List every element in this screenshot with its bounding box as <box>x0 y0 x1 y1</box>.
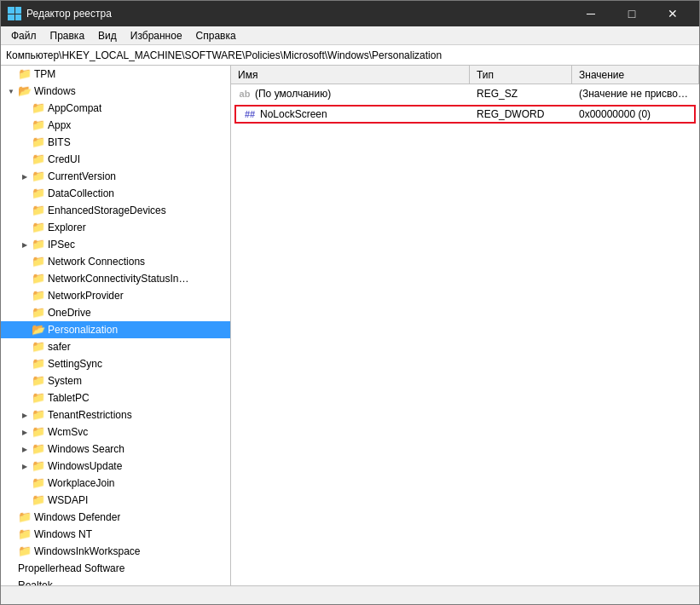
tree-item-workplacejoin[interactable]: 📁 WorkplaceJoin <box>1 475 230 492</box>
expand-icon-currentversion[interactable]: ▶ <box>18 170 32 183</box>
tree-label-windowsnt: Windows NT <box>34 528 92 540</box>
tree-item-networkconnectivity[interactable]: 📁 NetworkConnectivityStatusIndicator <box>1 270 230 287</box>
expand-icon-bits <box>18 135 32 149</box>
folder-icon-currentversion: 📁 <box>32 170 45 182</box>
folder-icon-safer: 📁 <box>32 341 45 353</box>
tree-item-system[interactable]: 📁 System <box>1 372 230 389</box>
expand-icon-windows[interactable]: ▼ <box>4 84 18 98</box>
address-bar: Компьютер\HKEY_LOCAL_MACHINE\SOFTWARE\Po… <box>1 45 699 66</box>
tree-label-system: System <box>48 375 82 387</box>
tree-label-workplacejoin: WorkplaceJoin <box>48 477 114 489</box>
expand-icon-networkprovider <box>18 289 32 302</box>
tree-item-safer[interactable]: 📁 safer <box>1 338 230 355</box>
tree-item-realtek[interactable]: Realtek <box>1 577 230 585</box>
tree-item-bits[interactable]: 📁 BITS <box>1 134 230 151</box>
menu-file[interactable]: Файл <box>4 28 43 43</box>
tree-item-windowsupdate[interactable]: ▶ 📁 WindowsUpdate <box>1 458 230 475</box>
tree-item-networkconnections[interactable]: 📁 Network Connections <box>1 253 230 270</box>
expand-icon-settingsync <box>18 357 32 371</box>
col-header-value: Значение <box>572 66 699 84</box>
expand-icon-windowsnt <box>4 527 18 541</box>
tree-label-onedrive: OneDrive <box>48 307 91 319</box>
maximize-button[interactable]: □ <box>612 1 651 26</box>
tree-item-propellerhead[interactable]: Propellerhead Software <box>1 560 230 577</box>
tree-item-windows[interactable]: ▼ 📂 Windows <box>1 83 230 100</box>
expand-icon-tabletpc <box>18 391 32 405</box>
main-content: 📁 TPM ▼ 📂 Windows 📁 AppCompat 📁 Appx <box>1 66 699 585</box>
window-title: Редактор реестра <box>26 8 571 20</box>
expand-icon-propellerhead <box>4 562 18 575</box>
cell-value-default: (Значение не присвоено) <box>572 88 699 100</box>
expand-icon-system <box>18 374 32 388</box>
tree-item-windowsnt[interactable]: 📁 Windows NT <box>1 526 230 543</box>
expand-icon-windowsupdate[interactable]: ▶ <box>18 459 32 473</box>
tree-item-personalization[interactable]: 📂 Personalization <box>1 321 230 338</box>
expand-icon-credui <box>18 153 32 166</box>
expand-icon-appcompat <box>18 101 32 115</box>
tree-item-explorer[interactable]: 📁 Explorer <box>1 219 230 236</box>
tree-item-tenantrestrictions[interactable]: ▶ 📁 TenantRestrictions <box>1 406 230 424</box>
tree-panel[interactable]: 📁 TPM ▼ 📂 Windows 📁 AppCompat 📁 Appx <box>1 66 231 585</box>
close-button[interactable]: ✕ <box>653 1 692 26</box>
menu-view[interactable]: Вид <box>91 28 124 43</box>
tree-label-personalization: Personalization <box>48 324 118 336</box>
menu-edit[interactable]: Правка <box>43 28 92 43</box>
tree-item-windowsinkworkspace[interactable]: 📁 WindowsInkWorkspace <box>1 543 230 560</box>
tree-item-datacollection[interactable]: 📁 DataCollection <box>1 185 230 202</box>
expand-icon-tenantrestrictions[interactable]: ▶ <box>18 408 32 422</box>
tree-label-tpm: TPM <box>34 68 55 80</box>
tree-label-tabletpc: TabletPC <box>48 392 90 404</box>
tree-item-credui[interactable]: 📁 CredUI <box>1 151 230 168</box>
tree-label-bits: BITS <box>48 136 71 148</box>
status-bar <box>1 585 699 604</box>
folder-icon-appcompat: 📁 <box>32 102 45 114</box>
detail-row-default[interactable]: ab (По умолчанию) REG_SZ (Значение не пр… <box>231 84 699 103</box>
expand-icon-networkconnectivity <box>18 272 32 285</box>
expand-icon-ipsec[interactable]: ▶ <box>18 238 32 251</box>
tree-item-tpm[interactable]: 📁 TPM <box>1 66 230 83</box>
tree-item-enhancedstoragedevices[interactable]: 📁 EnhancedStorageDevices <box>1 202 230 219</box>
folder-icon-windowsdefender: 📁 <box>18 511 32 523</box>
expand-icon-windowssearch[interactable]: ▶ <box>18 442 32 456</box>
tree-item-onedrive[interactable]: 📁 OneDrive <box>1 304 230 321</box>
tree-item-appx[interactable]: 📁 Appx <box>1 117 230 134</box>
window-controls: ─ □ ✕ <box>571 1 692 26</box>
tree-item-networkprovider[interactable]: 📁 NetworkProvider <box>1 287 230 304</box>
tree-item-settingsync[interactable]: 📁 SettingSync <box>1 355 230 372</box>
tree-item-appcompat[interactable]: 📁 AppCompat <box>1 100 230 117</box>
tree-label-networkconnections: Network Connections <box>48 256 145 268</box>
expand-icon-networkconnections <box>18 255 32 268</box>
expand-icon-wcmsvc[interactable]: ▶ <box>18 425 32 439</box>
minimize-button[interactable]: ─ <box>571 1 610 26</box>
tree-item-wsdapi[interactable]: 📁 WSDAPI <box>1 492 230 509</box>
tree-item-windowsdefender[interactable]: 📁 Windows Defender <box>1 509 230 526</box>
tree-item-wcmsvc[interactable]: ▶ 📁 WcmSvc <box>1 424 230 441</box>
tree-item-tabletpc[interactable]: 📁 TabletPC <box>1 389 230 406</box>
tree-label-appx: Appx <box>48 119 71 131</box>
title-bar: Редактор реестра ─ □ ✕ <box>1 1 699 26</box>
detail-row-nolockscreen[interactable]: ## NoLockScreen REG_DWORD 0x00000000 (0) <box>234 105 696 124</box>
menu-help[interactable]: Справка <box>189 28 243 43</box>
expand-icon-tpm <box>4 67 18 81</box>
menu-favorites[interactable]: Избранное <box>124 28 189 43</box>
expand-icon-workplacejoin <box>18 476 32 490</box>
tree-label-networkconnectivity: NetworkConnectivityStatusIndicator <box>48 273 193 285</box>
folder-icon-appx: 📁 <box>32 119 45 131</box>
folder-icon-windowsinkworkspace: 📁 <box>18 545 32 557</box>
app-icon <box>8 7 21 20</box>
tree-item-currentversion[interactable]: ▶ 📁 CurrentVersion <box>1 168 230 185</box>
tree-label-wcmsvc: WcmSvc <box>48 426 88 438</box>
expand-icon-onedrive <box>18 306 32 320</box>
expand-icon-enhancedstoragedevices <box>18 204 32 217</box>
tree-label-credui: CredUI <box>48 153 80 165</box>
tree-label-propellerhead: Propellerhead Software <box>18 562 124 574</box>
tree-label-appcompat: AppCompat <box>48 102 101 114</box>
expand-icon-windowsdefender <box>4 510 18 524</box>
detail-panel: Имя Тип Значение ab (По умолчанию) REG_S… <box>231 66 699 585</box>
tree-label-datacollection: DataCollection <box>48 187 114 199</box>
folder-icon-datacollection: 📁 <box>32 187 45 199</box>
expand-icon-personalization <box>18 323 32 337</box>
tree-item-ipsec[interactable]: ▶ 📁 IPSec <box>1 236 230 253</box>
folder-icon-tenantrestrictions: 📁 <box>32 409 45 421</box>
tree-item-windowssearch[interactable]: ▶ 📁 Windows Search <box>1 441 230 458</box>
